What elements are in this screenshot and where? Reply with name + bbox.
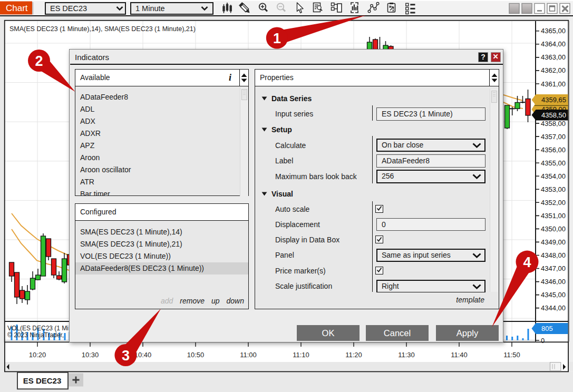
svg-text:3: 3 [122, 348, 130, 364]
svg-text:2: 2 [35, 53, 43, 69]
svg-text:1: 1 [273, 31, 281, 46]
svg-text:4: 4 [523, 254, 531, 270]
